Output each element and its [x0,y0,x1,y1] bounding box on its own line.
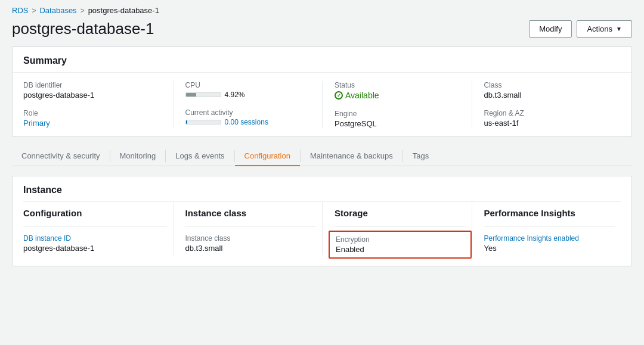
field-status: Status Available [335,81,466,100]
page-wrapper: RDS > Databases > postgres-database-1 po… [0,0,644,345]
region-value: us-east-1f [484,119,615,128]
sessions-bar: 0.00 sessions [185,118,317,126]
status-text: Available [345,91,379,100]
perf-header: Performance Insights [484,202,615,227]
status-value: Available [335,91,466,100]
current-activity-label: Current activity [185,108,317,117]
field-cpu: CPU 4.92% [185,81,317,99]
breadcrumb-rds[interactable]: RDS [12,6,28,15]
summary-col-2: CPU 4.92% Current activity 0.00 s [173,81,323,128]
summary-title: Summary [13,47,631,73]
status-label: Status [335,81,466,89]
breadcrumb: RDS > Databases > postgres-database-1 [0,0,644,17]
instance-class-header: Instance class [185,202,317,227]
storage-header: Storage [335,202,466,227]
sessions-value[interactable]: 0.00 sessions [225,118,268,126]
perf-insights-value: Yes [484,244,615,253]
db-instance-id-label[interactable]: DB instance ID [23,234,167,243]
sessions-bar-fill [186,120,187,124]
instance-class-value: db.t3.small [185,244,317,253]
breadcrumb-sep-2: > [80,7,85,15]
field-region: Region & AZ us-east-1f [484,109,615,128]
cpu-bar-bg [185,92,221,97]
role-label: Role [23,109,167,117]
instance-grid: Configuration DB instance ID postgres-da… [13,202,631,266]
encryption-value: Enabled [336,245,465,254]
breadcrumb-sep-1: > [32,7,36,15]
cpu-bar: 4.92% [185,91,317,99]
summary-col-3: Status Available Engine PostgreSQL [322,81,472,128]
tab-tags[interactable]: Tags [403,147,438,166]
engine-value: PostgreSQL [335,119,466,128]
summary-grid: DB identifier postgres-database-1 Role P… [13,73,631,136]
config-header: Configuration [23,202,167,227]
perf-insights-label[interactable]: Performance Insights enabled [484,234,615,243]
cpu-value: 4.92% [225,91,245,99]
db-identifier-value: postgres-database-1 [23,91,167,100]
summary-card: Summary DB identifier postgres-database-… [12,46,632,137]
field-db-identifier: DB identifier postgres-database-1 [23,81,167,100]
field-class: Class db.t3.small [484,81,615,100]
class-label: Class [484,81,615,89]
summary-col-1: DB identifier postgres-database-1 Role P… [23,81,173,128]
instance-class-label: Instance class [185,234,317,243]
actions-button[interactable]: Actions ▼ [577,20,632,38]
status-icon [335,91,343,100]
role-value[interactable]: Primary [23,119,167,128]
tab-configuration[interactable]: Configuration [235,147,300,166]
instance-col-config: Configuration DB instance ID postgres-da… [23,202,173,255]
summary-col-4: Class db.t3.small Region & AZ us-east-1f [472,81,621,128]
class-value: db.t3.small [484,91,615,100]
tab-maintenance[interactable]: Maintenance & backups [301,147,402,166]
db-instance-id-value: postgres-database-1 [23,244,167,253]
page-header: postgres-database-1 Modify Actions ▼ [0,17,644,46]
encryption-label: Encryption [336,235,465,244]
tab-connectivity[interactable]: Connectivity & security [12,147,110,166]
engine-label: Engine [335,110,466,118]
breadcrumb-current: postgres-database-1 [88,6,159,15]
instance-col-class: Instance class Instance class db.t3.smal… [173,202,323,255]
tab-logs[interactable]: Logs & events [166,147,234,166]
field-current-activity: Current activity 0.00 sessions [185,108,317,126]
sessions-bar-bg [185,120,221,125]
field-engine: Engine PostgreSQL [335,110,466,128]
instance-col-perf: Performance Insights Performance Insight… [472,202,621,255]
page-title: postgres-database-1 [12,20,154,38]
tabs-container: Connectivity & security Monitoring Logs … [12,147,632,166]
header-actions: Modify Actions ▼ [529,20,632,38]
cpu-label: CPU [185,81,317,89]
storage-highlight-box: Encryption Enabled [329,231,472,259]
modify-button[interactable]: Modify [529,20,572,38]
breadcrumb-databases[interactable]: Databases [39,6,76,15]
field-role: Role Primary [23,109,167,128]
instance-col-storage: Storage Encryption Enabled [322,202,472,255]
instance-title: Instance [13,176,631,201]
tab-monitoring[interactable]: Monitoring [110,147,166,166]
region-label: Region & AZ [484,109,615,117]
db-identifier-label: DB identifier [23,81,167,89]
chevron-down-icon: ▼ [616,26,622,32]
actions-label: Actions [587,24,612,33]
cpu-bar-fill [186,93,196,97]
instance-card: Instance Configuration DB instance ID po… [12,176,632,266]
